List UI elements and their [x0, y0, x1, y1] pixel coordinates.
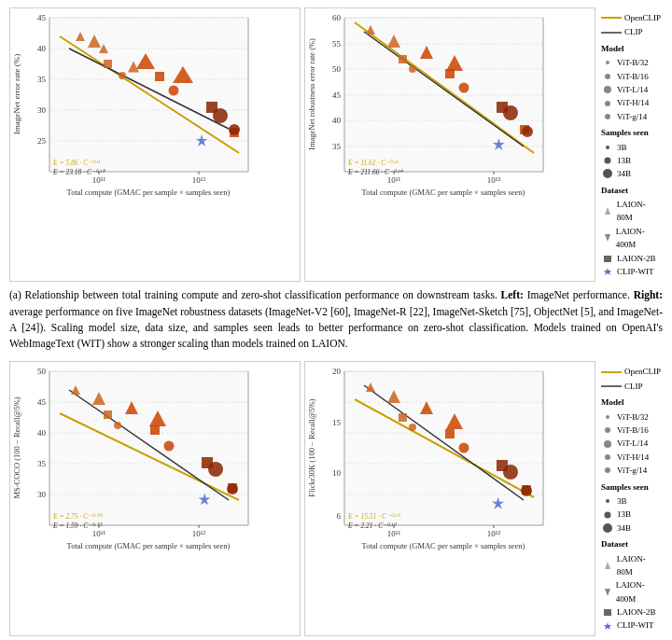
svg-rect-31 [155, 72, 164, 81]
svg-marker-181 [605, 589, 610, 596]
svg-text:10¹²: 10¹² [487, 175, 501, 185]
svg-point-85 [604, 86, 611, 93]
legend-b-vitb16: ViT-B/16 [601, 424, 661, 437]
legend-b-clip: CLIP [601, 380, 661, 393]
svg-text:10¹¹: 10¹¹ [387, 529, 401, 538]
svg-marker-92 [605, 234, 610, 242]
legend-vitb32: ViT-B/32 [601, 56, 661, 69]
svg-text:60: 60 [332, 13, 342, 22]
svg-point-173 [605, 427, 610, 433]
caption-a-text: (a) Relationship between total training … [9, 289, 663, 349]
svg-text:35: 35 [332, 142, 342, 151]
svg-text:40: 40 [37, 44, 47, 53]
legend-b-vitl14-label: ViT-L/14 [617, 437, 648, 450]
legend-3b-label: 3B [617, 141, 627, 154]
legend-b-clipwit-label: CLIP-WIT [617, 619, 654, 632]
legend-laion2b-label: LAION-2B [617, 252, 656, 265]
legend-b-vitg14: ViT-g/14 [601, 464, 661, 477]
legend-vith14-label: ViT-H/14 [617, 96, 649, 109]
svg-point-35 [169, 86, 179, 96]
svg-rect-122 [104, 410, 112, 419]
svg-rect-123 [150, 425, 160, 435]
svg-text:6: 6 [337, 511, 342, 521]
svg-text:E = 2.21 · C⁻⁰·¹⁰: E = 2.21 · C⁻⁰·¹⁰ [347, 522, 397, 530]
legend-vitg14: ViT-g/14 [601, 110, 661, 123]
svg-text:Total compute (GMAC per sample: Total compute (GMAC per sample × samples… [67, 541, 231, 550]
bottom-chart-row: 50 45 40 35 30 MS-COCO (100 − Recall@5%)… [9, 361, 663, 635]
svg-text:Total compute (GMAC per sample: Total compute (GMAC per sample × samples… [362, 188, 525, 197]
svg-text:E = 11.61 · C⁻⁰·²²: E = 11.61 · C⁻⁰·²² [347, 159, 399, 167]
svg-point-75 [459, 83, 469, 93]
svg-point-88 [606, 146, 609, 149]
svg-marker-91 [605, 207, 610, 215]
legend-b-openclip-label: OpenCLIP [624, 365, 661, 378]
legend-clip: CLIP [601, 25, 661, 38]
svg-rect-160 [445, 429, 455, 438]
legend-b-laion400m-label: LAION-400M [616, 578, 661, 605]
svg-text:40: 40 [37, 428, 47, 438]
legend-b-vith14: ViT-H/14 [601, 451, 661, 464]
svg-text:30: 30 [37, 490, 47, 499]
legend-b-openclip: OpenCLIP [601, 365, 661, 378]
svg-text:E = 5.86 · C⁻⁰·¹¹: E = 5.86 · C⁻⁰·¹¹ [52, 159, 101, 167]
legend-b-vitb32: ViT-B/32 [601, 410, 661, 424]
legend-b-laion2b-label: LAION-2B [617, 605, 656, 619]
svg-point-177 [606, 499, 609, 503]
legend-34b-label: 34B [617, 167, 631, 180]
svg-text:E = 211.66 · C⁻⁰·²⁴: E = 211.66 · C⁻⁰·²⁴ [347, 168, 403, 176]
svg-text:10¹¹: 10¹¹ [387, 175, 401, 185]
svg-text:Total compute (GMAC per sample: Total compute (GMAC per sample × samples… [362, 541, 525, 550]
legend-b-laion2b: LAION-2B [601, 605, 661, 619]
svg-text:10¹¹: 10¹¹ [92, 529, 106, 538]
svg-point-175 [605, 454, 610, 460]
legend-b-model-label: Model [601, 396, 661, 409]
svg-marker-183 [604, 622, 611, 630]
legend-3b: 3B [601, 141, 661, 154]
legend-vitb16: ViT-B/16 [601, 70, 661, 83]
svg-point-76 [503, 105, 518, 120]
svg-point-163 [409, 424, 416, 431]
svg-rect-71 [445, 69, 455, 78]
legend-vitl14: ViT-L/14 [601, 83, 661, 96]
svg-rect-70 [399, 55, 407, 63]
legend-b-clip-label: CLIP [624, 380, 643, 393]
svg-point-74 [409, 65, 416, 73]
svg-text:10¹²: 10¹² [192, 529, 206, 538]
legend-b-13b-label: 13B [617, 508, 631, 521]
legend-bottom: OpenCLIP CLIP Model ViT-B/32 ViT-B/16 Vi… [599, 361, 663, 635]
legend-laion80m-label: LAION-80M [617, 198, 661, 225]
legend-vitl14-label: ViT-L/14 [617, 83, 648, 96]
legend-clip-label: CLIP [624, 25, 643, 38]
legend-openclip-label: OpenCLIP [624, 11, 661, 24]
svg-text:20: 20 [332, 367, 342, 376]
svg-text:Flickr30K (100 − Recall@5%): Flickr30K (100 − Recall@5%) [307, 399, 316, 498]
svg-point-127 [164, 441, 175, 452]
chart-bottom-right: 20 15 10 6 Flickr30K (100 − Recall@5%) 1… [304, 361, 595, 635]
legend-b-13b: 13B [601, 508, 661, 521]
svg-point-165 [503, 465, 518, 480]
legend-clipwit-label: CLIP-WIT [617, 265, 654, 278]
legend-vitb16-label: ViT-B/16 [617, 70, 649, 83]
svg-text:30: 30 [37, 105, 47, 115]
svg-text:45: 45 [332, 90, 342, 100]
svg-text:MS-COCO (100 − Recall@5%): MS-COCO (100 − Recall@5%) [12, 397, 21, 499]
svg-text:50: 50 [332, 64, 342, 74]
legend-b-laion80m: LAION-80M [601, 552, 661, 579]
svg-text:ImageNet error rate (%): ImageNet error rate (%) [12, 54, 21, 135]
legend-samples-label: Samples seen [601, 126, 661, 139]
legend-vitg14-label: ViT-g/14 [617, 110, 647, 123]
svg-point-126 [114, 422, 121, 429]
svg-rect-42 [344, 18, 543, 172]
svg-point-179 [603, 523, 612, 533]
legend-b-clipwit: CLIP-WIT [601, 619, 661, 632]
legend-b-vitl14: ViT-L/14 [601, 437, 661, 450]
legend-b-dataset-label: Dataset [601, 537, 661, 550]
svg-point-178 [605, 511, 611, 518]
legend-34b: 34B [601, 167, 661, 180]
legend-b-34b: 34B [601, 522, 661, 535]
svg-text:50: 50 [37, 367, 47, 376]
legend-clipwit: CLIP-WIT [601, 265, 661, 278]
legend-laion400m-label: LAION-400M [616, 225, 661, 252]
svg-text:25: 25 [37, 136, 47, 146]
svg-point-86 [605, 101, 610, 106]
